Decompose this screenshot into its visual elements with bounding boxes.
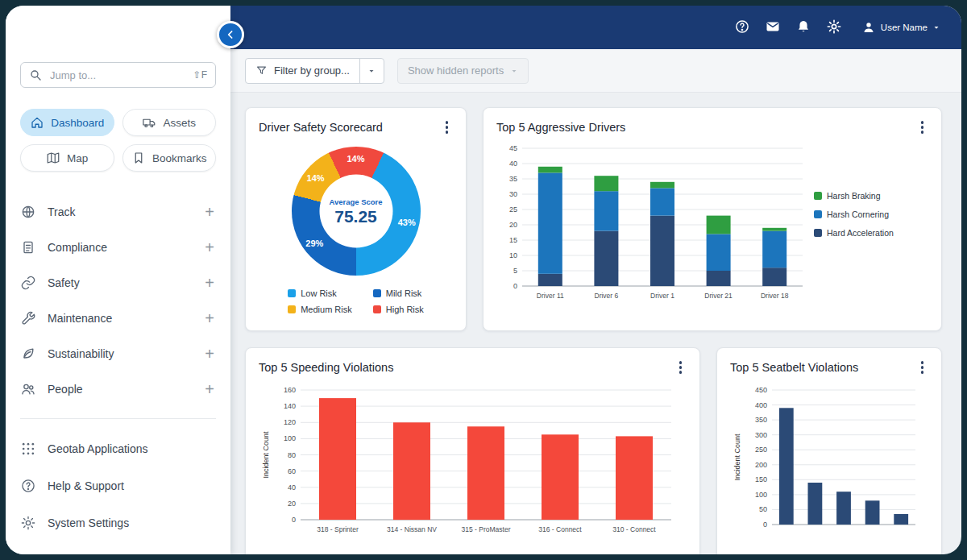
svg-text:35: 35 [509,175,517,183]
sidebar-item-sustainability[interactable]: Sustainability + [6,336,230,371]
chevron-down-icon [510,67,518,75]
svg-text:318 - Sprinter: 318 - Sprinter [317,525,359,533]
search-shortcut-hint: ⇧F [193,69,207,81]
dashboard-row-2: Top 5 Speeding Violations 02040608010012… [245,347,942,554]
svg-text:120: 120 [284,418,296,426]
svg-text:150: 150 [755,475,767,483]
sidebar-item-geotab-applications[interactable]: Geotab Applications [6,430,230,467]
sidebar-item-people[interactable]: People + [6,371,230,407]
show-hidden-reports-button[interactable]: Show hidden reports [397,58,529,84]
user-menu[interactable]: User Name [857,19,945,35]
svg-text:Driver 6: Driver 6 [595,292,619,300]
legend-item: Medium Risk [288,305,352,314]
pill-label: Bookmarks [152,152,207,164]
card-menu-button[interactable] [916,118,929,137]
svg-text:10: 10 [509,251,517,259]
svg-text:45: 45 [509,144,517,152]
svg-text:250: 250 [755,446,767,454]
notifications-button[interactable] [795,19,813,36]
app-window: ⇧F Dashboard Assets Map [6,6,961,554]
sidebar-item-maintenance[interactable]: Maintenance + [6,301,230,336]
svg-text:Incident Count: Incident Count [262,431,270,479]
menu-item-label: System Settings [48,516,216,529]
svg-text:0: 0 [513,282,517,290]
svg-text:20: 20 [288,500,296,508]
svg-text:160: 160 [284,386,296,394]
card-top-aggressive-drivers: Top 5 Aggressive Drivers 051015202530354… [483,107,942,331]
sidebar-item-compliance[interactable]: Compliance + [6,230,230,265]
add-favorite-button[interactable]: + [203,310,216,326]
aggressive-drivers-legend: Harsh BrakingHarsh CorneringHard Acceler… [814,142,894,307]
svg-text:60: 60 [288,467,296,475]
sidebar-pill-bookmarks[interactable]: Bookmarks [122,144,217,172]
svg-text:200: 200 [755,461,767,469]
svg-text:Driver 18: Driver 18 [761,292,789,300]
sidebar-item-system-settings[interactable]: System Settings [6,504,230,541]
menu-item-label: Compliance [48,241,192,254]
search-input[interactable] [48,68,187,82]
add-favorite-button[interactable]: + [203,204,216,220]
sidebar-pill-dashboard[interactable]: Dashboard [20,109,114,136]
apps-grid-icon [20,441,36,457]
svg-text:310 - Connect: 310 - Connect [612,525,656,533]
funnel-icon [255,64,268,77]
add-favorite-button[interactable]: + [203,275,216,291]
donut-legend: Low RiskMild RiskMedium RiskHigh Risk [259,288,453,314]
sidebar-quick-nav: Dashboard Assets Map Bookmarks [20,109,216,172]
sidebar-footer-menu: Geotab Applications Help & Support Syste… [6,430,230,541]
sidebar-pill-map[interactable]: Map [20,144,114,172]
filter-bar: Filter by group... Show hidden reports [230,49,961,93]
group-filter-button[interactable]: Filter by group... [246,59,359,83]
search-icon [29,68,42,81]
globe-icon [20,204,36,220]
svg-text:400: 400 [755,401,767,409]
gear-icon [20,515,36,531]
svg-text:0: 0 [763,521,767,529]
legend-item: Harsh Braking [814,191,894,201]
sidebar-item-track[interactable]: Track + [6,194,230,230]
svg-text:20: 20 [509,221,517,229]
settings-button[interactable] [826,19,844,36]
sidebar-pill-assets[interactable]: Assets [122,109,217,136]
svg-text:40: 40 [509,160,517,168]
card-title: Top 5 Aggressive Drivers [496,121,625,134]
pill-label: Dashboard [51,117,104,129]
seatbelt-violations-bar-chart: 050100150200250300350400450Incident Coun… [730,384,928,552]
sidebar-collapse-button[interactable] [217,21,244,48]
card-top-speeding-violations: Top 5 Speeding Violations 02040608010012… [245,347,700,554]
menu-item-label: Help & Support [48,479,216,492]
main-area: User Name Filter by group... [230,6,961,554]
group-filter-label: Filter by group... [274,64,350,77]
svg-text:314 - Nissan NV: 314 - Nissan NV [387,525,437,533]
sidebar-item-help-support[interactable]: Help & Support [6,467,230,504]
menu-item-label: Sustainability [48,347,192,360]
svg-text:100: 100 [755,491,767,499]
menu-item-label: Track [48,205,192,218]
add-favorite-button[interactable]: + [203,346,216,362]
card-menu-button[interactable] [916,358,929,377]
bell-icon [795,19,811,35]
legend-item: Harsh Cornering [814,209,894,219]
menu-item-label: People [48,383,192,396]
group-filter: Filter by group... [245,58,384,84]
help-button[interactable] [734,19,752,36]
add-favorite-button[interactable]: + [203,381,216,397]
card-menu-button[interactable] [441,118,454,137]
dashboard-content: Driver Safety Scorecard Average Score75.… [230,93,961,554]
svg-text:315 - ProMaster: 315 - ProMaster [462,525,511,533]
chevron-left-icon [224,28,237,41]
pill-label: Assets [163,117,196,129]
gear-icon [826,19,842,35]
messages-button[interactable] [765,19,782,36]
user-icon [861,20,876,35]
group-filter-expand-button[interactable] [359,59,384,83]
help-icon [734,19,750,35]
card-top-seatbelt-violations: Top 5 Seatbelt Violations 05010015020025… [716,347,942,554]
add-favorite-button[interactable]: + [203,239,216,255]
svg-text:Driver 1: Driver 1 [650,292,674,300]
svg-text:5: 5 [513,267,517,275]
legend-item: Mild Risk [373,288,424,298]
card-menu-button[interactable] [674,358,687,377]
sidebar-item-safety[interactable]: Safety + [6,265,230,301]
menu-item-label: Maintenance [48,312,192,325]
